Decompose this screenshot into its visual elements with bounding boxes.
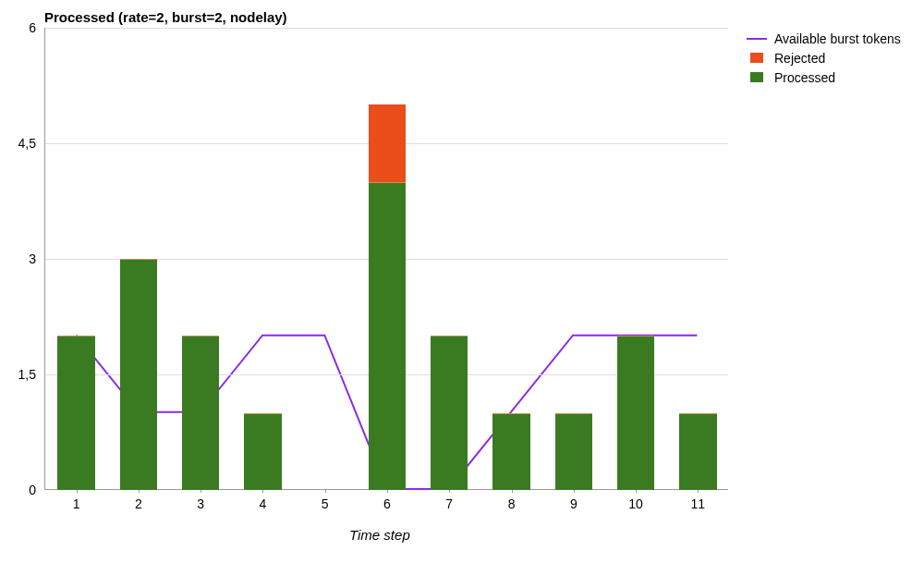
legend-item: Available burst tokens: [747, 30, 901, 47]
x-tick-label: 2: [111, 496, 166, 511]
bar-processed: [182, 336, 219, 490]
legend-item: Processed: [747, 68, 901, 86]
legend-label: Rejected: [774, 51, 825, 66]
y-tick-label: 0: [8, 483, 36, 497]
legend-item: Rejected: [747, 49, 901, 67]
grid-line: [45, 28, 728, 29]
bar-processed: [120, 259, 157, 490]
x-tick-mark: [325, 489, 326, 493]
x-tick-label: 5: [298, 496, 353, 511]
x-tick-label: 10: [608, 496, 663, 511]
y-tick-label: 6: [8, 20, 36, 35]
y-tick-label: 4,5: [8, 136, 36, 151]
bar-processed: [679, 413, 716, 490]
y-tick-label: 1,5: [8, 367, 36, 382]
legend-line-swatch: [747, 38, 767, 40]
legend-color-swatch: [750, 72, 763, 82]
bar-processed: [57, 336, 94, 490]
plot-area: 01,534,561234567891011: [44, 28, 728, 490]
x-axis-label: Time step: [349, 527, 410, 543]
legend-label: Processed: [774, 70, 835, 85]
bar-processed: [431, 336, 468, 490]
x-tick-label: 3: [173, 496, 228, 511]
x-tick-label: 11: [670, 496, 725, 511]
x-tick-label: 9: [546, 496, 602, 511]
bar-processed: [617, 336, 654, 490]
bar-processed: [369, 182, 406, 490]
bar-processed: [244, 413, 281, 490]
legend-color-swatch: [750, 53, 763, 63]
x-tick-label: 4: [235, 496, 290, 511]
y-tick-label: 3: [8, 251, 36, 266]
x-tick-label: 1: [49, 496, 104, 511]
bar-processed: [492, 413, 529, 490]
legend-label: Available burst tokens: [774, 31, 901, 46]
chart: Processed (rate=2, burst=2, nodelay) 01,…: [0, 0, 924, 563]
bar-processed: [555, 413, 592, 490]
legend: Available burst tokensRejectedProcessed: [747, 30, 901, 88]
x-tick-label: 6: [359, 496, 415, 511]
x-tick-label: 7: [421, 496, 477, 511]
bar-rejected: [369, 104, 406, 181]
chart-title: Processed (rate=2, burst=2, nodelay): [44, 9, 287, 25]
x-tick-label: 8: [484, 496, 540, 511]
